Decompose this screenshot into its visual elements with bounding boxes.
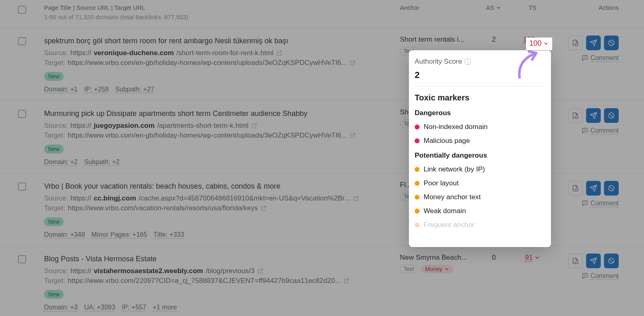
marker-item: Link network (by IP): [415, 165, 543, 174]
chevron-down-icon: [543, 41, 549, 47]
pointer-arrow-icon: [513, 49, 542, 82]
marker-item: Poor layout: [415, 179, 543, 187]
ts-score-pill[interactable]: 100: [526, 38, 552, 51]
marker-item: Weak domain: [415, 207, 543, 215]
marker-item: Non-indexed domain: [415, 123, 543, 131]
marker-item: Money anchor text: [415, 193, 543, 201]
ts-score-value: 100: [529, 39, 542, 48]
info-icon[interactable]: i: [464, 58, 471, 65]
toxic-markers-heading: Toxic markers: [415, 93, 543, 102]
marker-item: Frequent anchor: [415, 221, 543, 229]
marker-item: Malicious page: [415, 137, 543, 145]
potentially-dangerous-heading: Potentially dangerous: [415, 151, 543, 160]
dangerous-heading: Dangerous: [415, 109, 543, 117]
